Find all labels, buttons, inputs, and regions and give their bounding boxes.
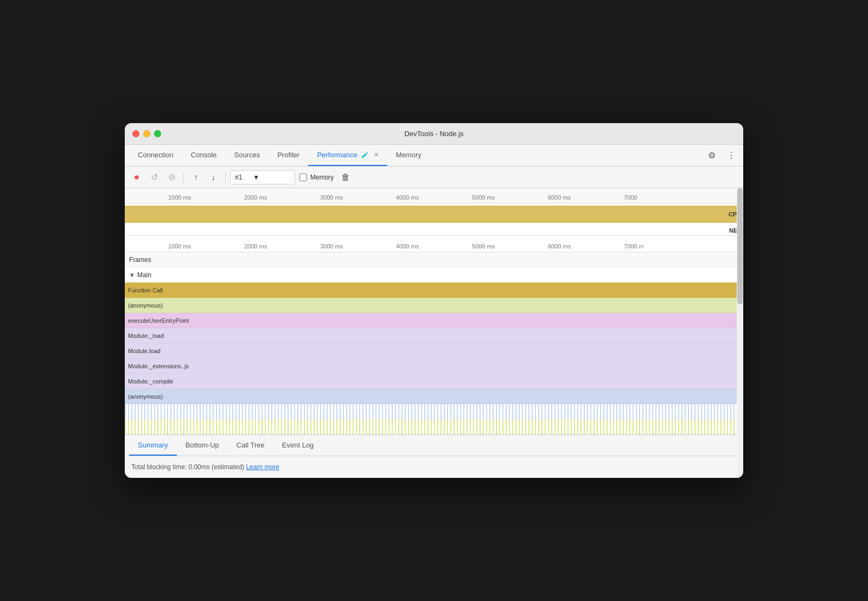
main-ruler-tick-2: 2000 ms bbox=[244, 243, 267, 250]
flame-bar-module-load: Module._load bbox=[125, 330, 736, 342]
flame-row-anonymous-1[interactable]: (anonymous) bbox=[125, 298, 743, 313]
devtools-window: DevTools - Node.js Connection Console So… bbox=[125, 123, 743, 478]
flame-label-function-call: Function Call bbox=[128, 287, 163, 293]
flame-bar-module-extensions: Module._extensions..js bbox=[125, 360, 736, 372]
close-button[interactable] bbox=[132, 130, 139, 137]
flame-bar-module-compile: Module._compile bbox=[125, 375, 736, 387]
main-ruler-tick-7: 7000 m bbox=[624, 243, 644, 250]
tab-sources[interactable]: Sources bbox=[225, 145, 269, 166]
download-icon: ↓ bbox=[211, 172, 215, 182]
flamechart: Function Call (anonymous) executeUserEnt… bbox=[125, 283, 743, 434]
settings-button[interactable]: ⚙ bbox=[704, 148, 719, 163]
flame-label-anonymous-2: (anonymous) bbox=[128, 393, 163, 400]
frames-section-header: Frames bbox=[125, 252, 743, 267]
tab-bottom-up[interactable]: Bottom-Up bbox=[177, 435, 228, 456]
tabbar: Connection Console Sources Profiler Perf… bbox=[125, 145, 743, 167]
flame-row-anonymous-2[interactable]: (anonymous) bbox=[125, 389, 743, 404]
trash-icon: 🗑 bbox=[341, 172, 350, 182]
flame-label-execute-user: executeUserEntryPoint bbox=[128, 317, 189, 324]
session-dropdown[interactable]: #1 ▼ bbox=[230, 170, 295, 184]
settings-icon: ⚙ bbox=[708, 150, 716, 161]
maximize-button[interactable] bbox=[154, 130, 161, 137]
flame-bar-execute-user: executeUserEntryPoint bbox=[125, 315, 736, 327]
tab-event-log[interactable]: Event Log bbox=[273, 435, 323, 456]
tab-call-tree[interactable]: Call Tree bbox=[228, 435, 273, 456]
session-label: #1 bbox=[235, 174, 242, 181]
flame-row-module-compile[interactable]: Module._compile bbox=[125, 374, 743, 389]
main-ruler-tick-4: 4000 ms bbox=[396, 243, 419, 250]
flame-label-module-load2: Module.load bbox=[128, 348, 161, 354]
flame-row-execute-user[interactable]: executeUserEntryPoint bbox=[125, 313, 743, 328]
minimize-button[interactable] bbox=[143, 130, 150, 137]
tab-memory[interactable]: Memory bbox=[387, 145, 430, 166]
flame-bar-module-load2: Module.load bbox=[125, 345, 736, 357]
main-ruler-tick-6: 6000 ms bbox=[548, 243, 571, 250]
main-section-header[interactable]: ▼ Main bbox=[125, 267, 743, 283]
flame-row-module-extensions[interactable]: Module._extensions..js bbox=[125, 359, 743, 374]
tabbar-right: ⚙ ⋮ bbox=[695, 145, 739, 166]
cpu-bar-container: CPU bbox=[125, 203, 743, 225]
ruler-tick-3: 3000 ms bbox=[320, 194, 343, 201]
ruler-tick-7: 7000 bbox=[624, 194, 637, 201]
memory-checkbox-label[interactable]: Memory bbox=[299, 174, 334, 181]
tab-close-icon[interactable]: ✕ bbox=[374, 151, 379, 158]
overview-ruler: 1000 ms 2000 ms 3000 ms 4000 ms 5000 ms … bbox=[125, 188, 743, 203]
stop-icon: ⊘ bbox=[168, 172, 175, 182]
flask-icon: 🧪 bbox=[361, 151, 369, 158]
toolbar-divider-2 bbox=[225, 172, 226, 183]
dropdown-icon: ▼ bbox=[253, 174, 259, 181]
flame-row-function-call[interactable]: Function Call bbox=[125, 283, 743, 298]
ruler-tick-5: 5000 ms bbox=[472, 194, 495, 201]
collapse-icon: ▼ bbox=[129, 272, 135, 278]
download-button[interactable]: ↓ bbox=[206, 170, 221, 185]
toolbar-divider-1 bbox=[183, 172, 184, 183]
main-ruler-tick-1: 1000 ms bbox=[168, 243, 191, 250]
cpu-bar bbox=[125, 206, 743, 223]
flame-bar-function-call: Function Call bbox=[125, 284, 736, 296]
main-ruler-tick-3: 3000 ms bbox=[320, 243, 343, 250]
tab-console[interactable]: Console bbox=[182, 145, 226, 166]
flame-bar-anonymous-1: (anonymous) bbox=[125, 299, 736, 311]
main-ruler-tick-5: 5000 ms bbox=[472, 243, 495, 250]
more-button[interactable]: ⋮ bbox=[724, 148, 739, 163]
record-button[interactable]: ● bbox=[129, 170, 144, 185]
ruler-tick-4: 4000 ms bbox=[396, 194, 419, 201]
flame-row-module-load2[interactable]: Module.load bbox=[125, 343, 743, 359]
ruler-tick-6: 6000 ms bbox=[548, 194, 571, 201]
main-ruler: 1000 ms 2000 ms 3000 ms 4000 ms 5000 ms … bbox=[125, 236, 743, 252]
upload-button[interactable]: ↑ bbox=[188, 170, 203, 185]
flame-row-module-load[interactable]: Module._load bbox=[125, 328, 743, 343]
record-icon: ● bbox=[134, 171, 140, 183]
tab-profiler[interactable]: Profiler bbox=[269, 145, 308, 166]
bottom-tabs: Summary Bottom-Up Call Tree Event Log bbox=[125, 434, 743, 456]
upload-icon: ↑ bbox=[194, 172, 198, 182]
traffic-lights bbox=[132, 130, 161, 137]
toolbar: ● ↺ ⊘ ↑ ↓ #1 ▼ Memory 🗑 bbox=[125, 167, 743, 188]
stop-button[interactable]: ⊘ bbox=[164, 170, 179, 185]
statusbar: Total blocking time: 0.00ms (estimated) … bbox=[125, 456, 743, 478]
delete-button[interactable]: 🗑 bbox=[338, 170, 353, 185]
flame-row-hatch-1 bbox=[125, 404, 743, 419]
tab-connection[interactable]: Connection bbox=[129, 145, 182, 166]
blocking-time-text: Total blocking time: 0.00ms (estimated) bbox=[131, 463, 244, 471]
scroll-track[interactable] bbox=[737, 188, 743, 434]
flame-label-module-extensions: Module._extensions..js bbox=[128, 363, 189, 369]
main-label: Main bbox=[137, 271, 151, 279]
flame-label-anonymous-1: (anonymous) bbox=[128, 302, 163, 309]
net-bar-container: NET bbox=[125, 225, 743, 236]
flame-label-module-load: Module._load bbox=[128, 333, 164, 339]
timeline-scroll-wrapper: 1000 ms 2000 ms 3000 ms 4000 ms 5000 ms … bbox=[125, 188, 743, 434]
learn-more-link[interactable]: Learn more bbox=[246, 463, 279, 471]
scroll-thumb[interactable] bbox=[737, 188, 743, 304]
tab-summary[interactable]: Summary bbox=[129, 435, 177, 456]
more-icon: ⋮ bbox=[727, 150, 736, 161]
main-content: 1000 ms 2000 ms 3000 ms 4000 ms 5000 ms … bbox=[125, 188, 743, 478]
ruler-tick-2: 2000 ms bbox=[244, 194, 267, 201]
memory-checkbox-input[interactable] bbox=[299, 174, 307, 181]
window-title: DevTools - Node.js bbox=[404, 130, 463, 138]
reload-button[interactable]: ↺ bbox=[146, 170, 162, 185]
tab-performance[interactable]: Performance 🧪 ✕ bbox=[308, 145, 387, 166]
reload-icon: ↺ bbox=[151, 172, 158, 182]
ruler-tick-1: 1000 ms bbox=[168, 194, 191, 201]
titlebar: DevTools - Node.js bbox=[125, 123, 743, 145]
